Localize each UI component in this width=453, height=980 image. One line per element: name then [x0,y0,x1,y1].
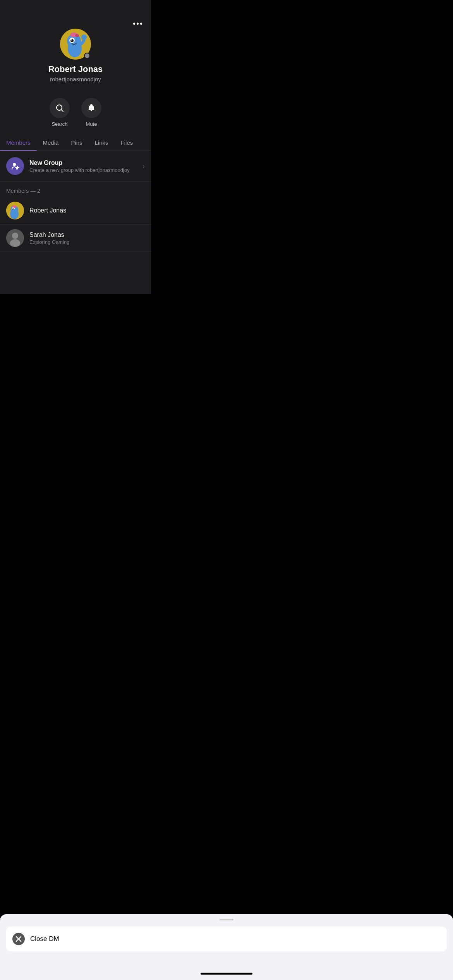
action-buttons: Search Mute [0,90,151,131]
avatar-container [60,29,91,60]
member-item-robert[interactable]: Robert Jonas [0,197,151,224]
tab-pins[interactable]: Pins [65,135,88,151]
status-bar [0,0,151,17]
svg-point-22 [10,239,20,247]
bell-icon [87,103,96,113]
svg-line-10 [62,110,63,112]
svg-point-19 [10,209,19,219]
robert-avatar-image [6,202,24,219]
member-avatar-robert [6,202,24,219]
member-name-robert: Robert Jonas [29,207,66,214]
member-item-sarah[interactable]: Sarah Jonas Exploring Gaming [0,224,151,252]
add-group-icon [10,161,20,171]
search-icon [55,103,64,113]
mute-label: Mute [86,121,97,127]
member-avatar-sarah [6,229,24,247]
new-group-title: New Group [29,159,142,166]
new-group-subtitle: Create a new group with robertjonasmoodj… [29,167,142,173]
new-group-item[interactable]: New Group Create a new group with robert… [0,151,151,182]
tab-links[interactable]: Links [89,135,115,151]
new-group-icon [6,157,24,175]
svg-point-8 [81,34,87,40]
profile-name: Robert Jonas [48,64,103,74]
search-label: Search [51,121,67,127]
members-content: New Group Create a new group with robert… [0,151,151,252]
chevron-right-icon: › [142,162,145,170]
member-name-sarah: Sarah Jonas [29,231,69,238]
new-group-text: New Group Create a new group with robert… [29,159,142,173]
online-badge [84,53,90,59]
member-info-sarah: Sarah Jonas Exploring Gaming [29,231,69,245]
svg-point-7 [71,39,72,41]
profile-section: Robert Jonas robertjonasmoodjoy [0,17,151,90]
tab-files[interactable]: Files [115,135,139,151]
search-icon-circle [50,98,70,118]
mute-icon-circle [81,98,101,118]
members-count-header: Members — 2 [0,182,151,197]
tabs-bar: Members Media Pins Links Files [0,135,151,151]
mute-action-button[interactable]: Mute [81,98,101,127]
search-action-button[interactable]: Search [50,98,70,127]
main-content: ••• [0,0,151,294]
svg-point-4 [75,34,79,37]
tab-media[interactable]: Media [37,135,65,151]
svg-point-21 [12,233,18,239]
member-info-robert: Robert Jonas [29,207,66,214]
tab-members[interactable]: Members [0,135,37,151]
profile-username: robertjonasmoodjoy [50,76,101,82]
svg-point-11 [13,163,16,166]
member-status-sarah: Exploring Gaming [29,239,69,245]
sarah-avatar-image [6,229,24,247]
more-button[interactable]: ••• [133,19,143,28]
